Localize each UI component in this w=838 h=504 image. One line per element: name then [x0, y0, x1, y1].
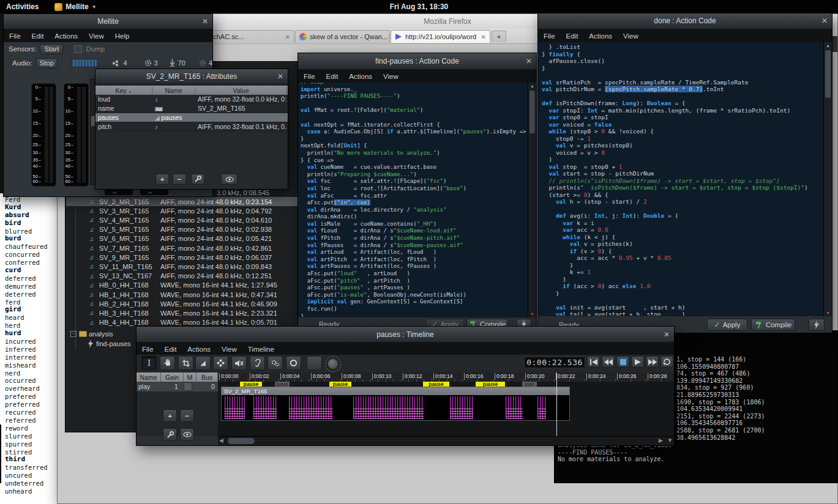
circle-tool-button[interactable]	[286, 356, 301, 370]
tree-row-SV_7_MR_T165[interactable]: ♫ SV_7_MR_T165 AIFF, mono 24-int 48.0 kH…	[66, 243, 297, 253]
add-attribute-button[interactable]: +	[155, 174, 169, 185]
tree-row-HB_3_HH_T168[interactable]: ♫ HB_3_HH_T168 WAVE, mono 16-int 44.1 kH…	[66, 308, 297, 317]
menu-actions[interactable]: Actions	[182, 345, 216, 354]
gears-tool-button[interactable]	[267, 356, 283, 370]
audio-region[interactable]: SV_2_MR_T165	[221, 387, 570, 421]
add-track-button[interactable]: +	[163, 409, 177, 422]
menu-help[interactable]: Help	[110, 32, 135, 40]
close-icon[interactable]: ✕	[285, 34, 290, 40]
browser-tab-3[interactable]: http://v21.io/oulipo/word ✕	[391, 30, 490, 43]
menu-edit[interactable]: Edit	[159, 345, 182, 354]
scroll-down-icon[interactable]: ▼	[667, 437, 673, 443]
menu-edit[interactable]: Edit	[561, 32, 584, 40]
to-start-button[interactable]	[587, 356, 600, 368]
tree-row-SV_13_NC_T167[interactable]: ♫ SV_13_NC_T167 AIFF, mono 24-int 48.0 k…	[66, 272, 297, 281]
close-icon[interactable]: ✕	[202, 14, 208, 29]
code-editor[interactable]: } .toList} finally { afPauses.close()} v…	[538, 42, 832, 316]
close-icon[interactable]: ✕	[387, 34, 390, 40]
close-icon[interactable]: ✕	[277, 69, 283, 84]
close-icon[interactable]: ✕	[481, 34, 486, 40]
patch-tool-button[interactable]	[213, 356, 228, 370]
wrench-button[interactable]	[163, 428, 177, 441]
menu-view[interactable]: View	[378, 72, 404, 81]
tree-row-HB_1_HH_T168[interactable]: ♫ HB_1_HH_T168 WAVE, mono 16-int 44.1 kH…	[66, 290, 297, 299]
tree-row-HB_2_HH_T168[interactable]: ♫ HB_2_HH_T168 WAVE, mono 16-int 44.1 kH…	[66, 299, 297, 308]
track-row-head[interactable]: play 1 0	[137, 382, 218, 391]
menu-file[interactable]: File	[538, 32, 561, 40]
close-icon[interactable]: ✕	[526, 53, 532, 69]
done-titlebar[interactable]: done : Action Code ✕	[538, 13, 832, 29]
hand-tool-button[interactable]	[160, 356, 175, 370]
loop-button[interactable]	[660, 356, 673, 368]
scroll-left-icon[interactable]: ◀	[219, 437, 223, 443]
menu-actions[interactable]: Actions	[583, 32, 618, 40]
menu-edit[interactable]: Edit	[26, 32, 50, 40]
apply-button[interactable]: ✓ Apply	[707, 319, 747, 331]
column-header-gain[interactable]: Gain	[161, 372, 184, 382]
column-header-name[interactable]: Name	[137, 372, 161, 382]
remove-attribute-button[interactable]: −	[173, 174, 186, 185]
browser-tab-2[interactable]: skew of a vector - Qwan... ✕	[295, 30, 390, 43]
tree-row-SV_5_MR_T165[interactable]: ♫ SV_5_MR_T165 AIFF, mono 24-int 48.0 kH…	[66, 225, 297, 234]
attribute-row-pitch[interactable]: pitch ♪ AIFF, mono 32-float 0.1 kHz, 0..…	[95, 122, 288, 132]
play-button[interactable]	[631, 356, 644, 368]
ffwd-button[interactable]	[646, 356, 659, 368]
stop-button[interactable]	[616, 356, 629, 368]
expander-icon[interactable]: −	[70, 331, 77, 337]
view-button[interactable]	[221, 174, 238, 185]
menu-edit[interactable]: Edit	[321, 72, 344, 81]
menu-timeline[interactable]: Timeline	[242, 345, 280, 354]
tree-row-HB_0_HH_T168[interactable]: ♫ HB_0_HH_T168 WAVE, mono 16-int 44.1 kH…	[66, 281, 297, 290]
h-scrollbar[interactable]: ◀ ▶ ▼	[218, 436, 674, 445]
remove-track-button[interactable]: −	[180, 409, 194, 422]
sensors-start-button[interactable]: Start	[40, 44, 63, 54]
compile-button[interactable]: Compile	[751, 319, 795, 331]
tree-row-SV_4_MR_T165[interactable]: ♫ SV_4_MR_T165 AIFF, mono 24-int 48.0 kH…	[66, 215, 297, 224]
tree-row-SV_6_MR_T165[interactable]: ♫ SV_6_MR_T165 AIFF, mono 24-int 48.0 kH…	[66, 234, 297, 243]
menu-view[interactable]: View	[83, 32, 110, 40]
scroll-right-icon[interactable]: ▶	[659, 437, 663, 443]
menu-file[interactable]: File	[298, 72, 321, 81]
menu-view[interactable]: View	[216, 345, 242, 354]
run-bolt-button[interactable]	[809, 319, 825, 331]
column-header-bus[interactable]: Bus	[196, 372, 218, 382]
wrench-button[interactable]	[191, 174, 204, 185]
rewind-button[interactable]	[602, 356, 615, 368]
column-header-m[interactable]: M	[184, 372, 196, 382]
column-header-value[interactable]: Value	[195, 87, 287, 94]
tree-row-SV_2_MR_T165[interactable]: ♫ SV_2_MR_T165 AIFF, mono 24-int 48.0 kH…	[66, 197, 297, 206]
attributes-table-header[interactable]: Key ▲NameValue	[95, 86, 288, 95]
new-tab-button[interactable]: +	[492, 31, 506, 42]
attribute-row-pauses[interactable]: pauses ◢ pauses	[95, 113, 288, 122]
gain-knob[interactable]	[325, 356, 341, 372]
attribute-row-name[interactable]: name Aa SV_2_MR_T165	[95, 104, 288, 113]
timeline-titlebar[interactable]: pauses : Timeline ✕	[137, 327, 674, 343]
timeline-ruler[interactable]: 0:00:000:00:020:00:040:00:060:00:080:00:…	[218, 372, 674, 382]
code-editor[interactable]: // stopimport universe._println("----FIN…	[298, 83, 536, 317]
close-icon[interactable]: ✕	[821, 13, 828, 29]
column-header-name[interactable]: Name	[152, 87, 195, 94]
crop-tool-button[interactable]	[178, 356, 193, 370]
menu-view[interactable]: View	[618, 32, 644, 40]
close-icon[interactable]: ✕	[664, 327, 670, 342]
attribute-row-loud[interactable]: loud ♪ AIFF, mono 32-float 0.0 kHz, 0:..…	[95, 95, 288, 104]
dump-checkbox[interactable]	[74, 45, 82, 53]
track-area[interactable]: pausepauspausepausepausepau SV_2_MR_T165	[218, 382, 674, 436]
mellite-titlebar[interactable]: Mellite ✕	[4, 14, 212, 29]
scrollbar[interactable]: ▲ ▼	[823, 42, 832, 316]
mute-tool-button[interactable]	[231, 356, 247, 370]
menu-file[interactable]: File	[137, 345, 159, 354]
region-header[interactable]: SV_2_MR_T165	[222, 387, 569, 395]
attributes-titlebar[interactable]: SV_2_MR_T165 : Attributes ✕	[95, 69, 288, 84]
find-pauses-titlebar[interactable]: find-pauses : Action Code ✕	[298, 53, 536, 70]
view-button[interactable]	[180, 428, 194, 441]
ibeam-tool-button[interactable]: I	[141, 356, 157, 370]
mute-toggle[interactable]	[184, 382, 192, 391]
fade-tool-button[interactable]: ◢	[195, 356, 211, 370]
menu-file[interactable]: File	[4, 32, 26, 40]
tree-row-SV_11_MR_T165[interactable]: ♫ SV_11_MR_T165 AIFF, mono 24-int 48.0 k…	[66, 262, 297, 271]
tree-row-SV_9_MR_T165[interactable]: ♫ SV_9_MR_T165 AIFF, mono 24-int 48.0 kH…	[66, 253, 297, 262]
audio-stop-button[interactable]: Stop	[36, 58, 58, 69]
menu-actions[interactable]: Actions	[343, 72, 378, 81]
wrench-tool-button[interactable]	[307, 356, 322, 370]
